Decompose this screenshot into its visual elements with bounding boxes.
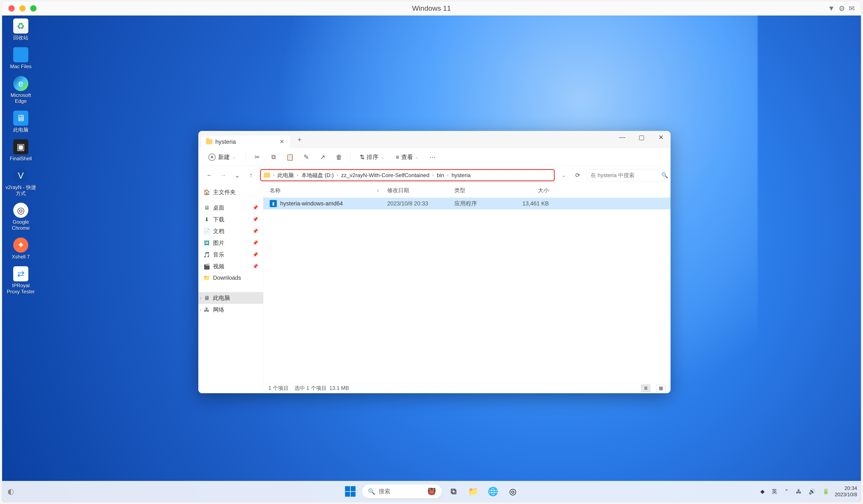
battery-tray-icon[interactable]: 🔋 <box>821 487 831 496</box>
back-button[interactable]: ← <box>205 171 214 180</box>
taskbar-search[interactable]: 🔍 搜索 👹 <box>362 484 442 498</box>
status-count: 1 个项目 <box>268 385 289 392</box>
breadcrumb-bar[interactable]: › 此电脑›本地磁盘 (D:)›zz_v2rayN-With-Core-Self… <box>260 169 555 181</box>
volume-tray-icon[interactable]: 🔊 <box>807 487 817 496</box>
breadcrumb-segment[interactable]: bin <box>435 171 446 180</box>
gear-icon[interactable]: ⚙ <box>839 4 845 13</box>
sidebar-item[interactable]: 📁 Downloads <box>198 272 263 283</box>
address-history-button[interactable]: ⌄ <box>559 172 568 178</box>
explorer-taskbar-icon[interactable]: 📁 <box>465 483 481 500</box>
ime-indicator[interactable]: 英 <box>770 486 779 497</box>
more-button[interactable]: ⋯ <box>427 152 438 162</box>
maximize-button[interactable]: ▢ <box>632 131 651 143</box>
col-date[interactable]: 修改日期 <box>387 187 454 194</box>
file-list: ▮ hysteria-windows-amd64 2023/10/8 20:33… <box>263 197 671 383</box>
tray-overflow-icon[interactable]: ⌃ <box>783 487 791 496</box>
guest-desktop: IIGEEK ♻ 回收站 Mac Filese Microsoft Edge🖥 … <box>2 15 861 502</box>
sidebar-item-label: 音乐 <box>213 251 224 259</box>
desktop-icon[interactable]: V v2rayN - 快捷方式 <box>5 168 37 197</box>
explorer-tabstrip: hysteria ✕ ＋ ― ▢ ✕ <box>198 131 671 148</box>
view-button[interactable]: ≡ 查看 ⌄ <box>393 151 421 163</box>
breadcrumb-segment[interactable]: hysteria <box>449 171 473 180</box>
sidebar-network[interactable]: › 🖧 网络 <box>198 304 263 316</box>
details-view-button[interactable]: ≣ <box>641 385 650 392</box>
sidebar-item[interactable]: 🎵 音乐 📌 <box>198 249 263 261</box>
desktop-icon[interactable]: ⇄ IPRoyal Proxy Tester <box>5 266 37 295</box>
search-box[interactable]: 🔍 <box>587 169 664 181</box>
desktop-icon-label: v2rayN - 快捷方式 <box>5 185 37 197</box>
app-icon: ◎ <box>13 203 28 218</box>
close-dot[interactable] <box>9 5 15 12</box>
desktop-icon[interactable]: ▣ FinalShell <box>5 139 37 162</box>
chrome-taskbar-icon[interactable]: ◎ <box>505 483 521 500</box>
pin-icon: 📌 <box>252 228 258 234</box>
desktop-icon[interactable]: ✦ Xshell 7 <box>5 238 37 260</box>
delete-button[interactable]: 🗑 <box>334 152 344 162</box>
share-button[interactable]: ↗ <box>317 152 328 162</box>
sidebar-item[interactable]: 🎬 视频 📌 <box>198 261 263 272</box>
recent-button[interactable]: ⌄ <box>232 171 242 180</box>
cortana-icon[interactable]: ◐ <box>8 487 14 496</box>
sidebar-item[interactable]: 🖥 桌面 📌 <box>198 202 263 214</box>
folder-icon: 🎵 <box>203 251 210 258</box>
cut-button[interactable]: ✂ <box>252 152 262 162</box>
search-placeholder: 搜索 <box>379 488 390 495</box>
col-name[interactable]: 名称 ʌ <box>270 187 387 194</box>
tab-label: hysteria <box>215 138 276 145</box>
pin-icon: 📌 <box>252 205 258 211</box>
close-icon[interactable]: ✕ <box>279 138 285 146</box>
breadcrumb-segment[interactable]: 本地磁盘 (D:) <box>299 171 336 180</box>
mail-icon[interactable]: ✉ <box>849 4 854 13</box>
paste-button[interactable]: 📋 <box>285 152 295 162</box>
desktop-icon[interactable]: ◎ Google Chrome <box>5 203 37 231</box>
app-icon: ⇄ <box>13 266 28 281</box>
sidebar-home[interactable]: 🏠 主文件夹 <box>198 186 263 198</box>
desktop-icon[interactable]: 🖥 此电脑 <box>5 111 37 133</box>
sidebar-this-pc[interactable]: › 🖥 此电脑 <box>198 292 263 304</box>
taskbar-clock[interactable]: 20:34 2023/10/8 <box>835 485 857 498</box>
minimize-dot[interactable] <box>19 5 26 12</box>
rename-button[interactable]: ✎ <box>301 152 311 162</box>
sidebar-item-label: Downloads <box>213 275 241 281</box>
new-button[interactable]: + 新建 ⌄ <box>205 151 239 163</box>
zoom-dot[interactable] <box>30 5 37 12</box>
breadcrumb-segment[interactable]: zz_v2rayN-With-Core-SelfContained <box>339 171 432 180</box>
sidebar-item[interactable]: 🖼 图片 📌 <box>198 237 263 249</box>
explorer-body: 🏠 主文件夹 🖥 桌面 📌⬇ 下载 📌📄 文档 📌🖼 图片 <box>198 184 671 393</box>
file-type: 应用程序 <box>454 200 511 207</box>
start-button[interactable] <box>342 483 358 500</box>
search-input[interactable] <box>591 172 659 179</box>
explorer-tab[interactable]: hysteria ✕ <box>200 135 291 148</box>
address-bar-row: ← → ⌄ ↑ › 此电脑›本地磁盘 (D:)›zz_v2rayN-With-C… <box>198 166 671 184</box>
sidebar-item[interactable]: 📄 文档 📌 <box>198 225 263 237</box>
desktop-icon[interactable]: ♻ 回收站 <box>5 18 37 41</box>
host-window: Windows 11 ▼ ⚙ ✉ IIGEEK ♻ 回收站 Mac Filese… <box>2 1 861 502</box>
refresh-button[interactable]: ⟳ <box>573 172 583 179</box>
network-tray-icon[interactable]: 🖧 <box>795 487 803 496</box>
thumbnails-view-button[interactable]: ▦ <box>656 385 665 392</box>
skull-icon: 👹 <box>427 488 436 495</box>
col-type[interactable]: 类型 <box>454 187 511 194</box>
forward-button[interactable]: → <box>218 171 228 180</box>
sidebar-this-pc-label: 此电脑 <box>213 294 230 302</box>
tray-app-icon[interactable]: ◆ <box>759 487 766 496</box>
file-row[interactable]: ▮ hysteria-windows-amd64 2023/10/8 20:33… <box>263 198 671 210</box>
desktop-icon[interactable]: Mac Files <box>5 47 37 70</box>
folder-icon: ⬇ <box>203 216 210 223</box>
up-button[interactable]: ↑ <box>246 171 256 180</box>
breadcrumb-segment[interactable]: 此电脑 <box>275 171 296 180</box>
desktop-icon[interactable]: e Microsoft Edge <box>5 76 37 104</box>
sort-button[interactable]: ⇅ 排序 ⌄ <box>357 151 387 163</box>
edge-taskbar-icon[interactable]: 🌐 <box>485 483 501 500</box>
sidebar-item[interactable]: ⬇ 下载 📌 <box>198 214 263 225</box>
desktop-icon-label: 回收站 <box>13 35 28 41</box>
new-tab-button[interactable]: ＋ <box>291 135 308 144</box>
col-size[interactable]: 大小 <box>511 187 549 194</box>
minimize-button[interactable]: ― <box>613 131 632 143</box>
triangle-down-icon[interactable]: ▼ <box>828 4 835 12</box>
copy-button[interactable]: ⧉ <box>268 152 278 162</box>
taskview-button[interactable]: ⧉ <box>446 483 462 500</box>
close-button[interactable]: ✕ <box>651 131 671 143</box>
sort-asc-icon: ʌ <box>377 188 379 192</box>
sidebar-item-label: 桌面 <box>213 204 224 212</box>
